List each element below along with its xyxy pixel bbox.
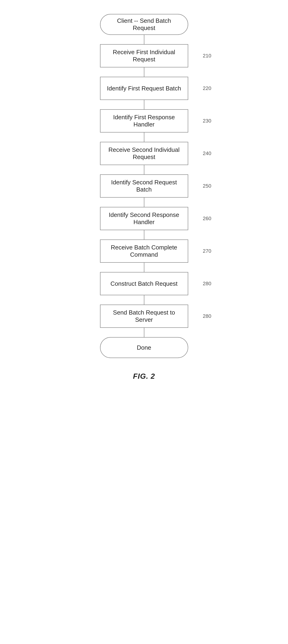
node-n240-wrapper: Receive Second Individual Request 240 bbox=[63, 142, 225, 165]
node-n210: Receive First Individual Request bbox=[100, 44, 188, 68]
node-start: Client -- Send Batch Request bbox=[100, 14, 188, 35]
flowchart: Client -- Send Batch Request Receive Fir… bbox=[63, 14, 225, 380]
node-n220: Identify First Request Batch bbox=[100, 77, 188, 100]
arrow-7 bbox=[144, 263, 144, 272]
arrow-2 bbox=[144, 100, 144, 109]
label-n230: 230 bbox=[203, 118, 211, 124]
node-n280b: Send Batch Request to Server bbox=[100, 304, 188, 328]
node-n270: Receive Batch Complete Command bbox=[100, 240, 188, 263]
node-n210-wrapper: Receive First Individual Request 210 bbox=[63, 44, 225, 68]
node-n230: Identify First Response Handler bbox=[100, 109, 188, 132]
node-n280a: Construct Batch Request bbox=[100, 272, 188, 295]
label-n250: 250 bbox=[203, 183, 211, 189]
node-n240: Receive Second Individual Request bbox=[100, 142, 188, 165]
node-n260-wrapper: Identify Second Response Handler 260 bbox=[63, 207, 225, 230]
arrow-1 bbox=[144, 68, 144, 77]
node-n250-wrapper: Identify Second Request Batch 250 bbox=[63, 174, 225, 198]
label-n280b: 280 bbox=[203, 313, 211, 319]
node-n280b-wrapper: Send Batch Request to Server 280 bbox=[63, 304, 225, 328]
node-n230-wrapper: Identify First Response Handler 230 bbox=[63, 109, 225, 132]
node-end-wrapper: Done bbox=[63, 337, 225, 358]
label-n280a: 280 bbox=[203, 280, 211, 287]
label-n260: 260 bbox=[203, 216, 211, 222]
node-n270-wrapper: Receive Batch Complete Command 270 bbox=[63, 240, 225, 263]
node-n220-wrapper: Identify First Request Batch 220 bbox=[63, 77, 225, 100]
arrow-9 bbox=[144, 328, 144, 337]
node-end: Done bbox=[100, 337, 188, 358]
arrow-0 bbox=[144, 35, 144, 44]
figure-caption: FIG. 2 bbox=[133, 372, 155, 380]
arrow-5 bbox=[144, 198, 144, 207]
arrow-4 bbox=[144, 165, 144, 174]
node-n250: Identify Second Request Batch bbox=[100, 174, 188, 198]
label-n240: 240 bbox=[203, 150, 211, 156]
arrow-8 bbox=[144, 295, 144, 304]
label-n210: 210 bbox=[203, 53, 211, 59]
arrow-6 bbox=[144, 230, 144, 240]
label-n220: 220 bbox=[203, 85, 211, 91]
node-n260: Identify Second Response Handler bbox=[100, 207, 188, 230]
label-n270: 270 bbox=[203, 248, 211, 254]
node-n280a-wrapper: Construct Batch Request 280 bbox=[63, 272, 225, 295]
arrow-3 bbox=[144, 132, 144, 142]
node-start-wrapper: Client -- Send Batch Request bbox=[63, 14, 225, 35]
